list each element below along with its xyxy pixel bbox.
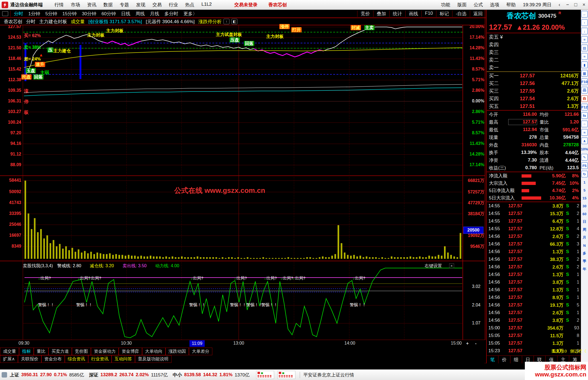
sell-row[interactable]: 卖五 ¥	[487, 33, 581, 41]
info-tab-综合资讯[interactable]: 综合资讯	[65, 355, 88, 363]
indicator-close-icon[interactable]: ×	[449, 263, 454, 268]
status-icon[interactable]	[2, 372, 7, 378]
bottom-tab-买卖力道[interactable]: 买卖力道	[48, 348, 72, 355]
f10-icon[interactable]: F10	[581, 78, 588, 85]
f5-icon[interactable]: F5	[581, 162, 588, 169]
tick-row[interactable]: 14:55127.573.8万S2	[487, 202, 581, 210]
period-60min[interactable]: 60	[581, 211, 587, 217]
mark-circle-icon[interactable]: ○	[581, 121, 588, 127]
custom-stock-icon[interactable]: 自	[581, 95, 588, 102]
prev-stock-icon[interactable]: ↑	[581, 19, 588, 26]
bottom-tab-资金博弈[interactable]: 资金博弈	[119, 348, 142, 355]
trend-chart-icon[interactable]: ≈	[581, 53, 588, 60]
sell-row[interactable]: 卖二	[487, 56, 581, 64]
index-quote[interactable]: 上证3950.3127.900.71%8585亿	[10, 372, 84, 378]
period-15min[interactable]: 15	[581, 195, 587, 201]
info-tab-普及版功能说明[interactable]: 普及版功能说明	[135, 355, 171, 363]
quote-list-icon[interactable]: ≡	[581, 36, 588, 43]
mountain-icon[interactable]: ∧	[581, 138, 588, 144]
period-n[interactable]: N	[581, 242, 587, 248]
info-tab-关联报价[interactable]: 关联报价	[18, 355, 41, 363]
info-tab-互动问答[interactable]: 互动问答	[112, 355, 135, 363]
tick-price: 127.57	[504, 257, 527, 262]
period-day[interactable]: 日	[581, 219, 587, 225]
tick-row[interactable]: 14:56127.571.3万S1	[487, 271, 581, 278]
tab-right-link[interactable]: 侧边栏《	[570, 349, 586, 354]
tick-row[interactable]: 14:56127.5719.1万S5	[487, 301, 581, 309]
index-quote[interactable]: 中小8139.58144.321.81%1370亿	[173, 372, 249, 378]
tick-row[interactable]: 14:56127.572.6万S1	[487, 309, 581, 317]
bottom-tab-大单差分[interactable]: 大单差分	[189, 348, 212, 355]
period-multi[interactable]: 多	[581, 250, 587, 256]
period-year[interactable]: 年	[581, 266, 587, 272]
bottom-tab-竞价图[interactable]: 竞价图	[72, 348, 91, 355]
index-quote[interactable]: 深证13289.2263.742.02%11157亿	[89, 372, 168, 378]
quote-tab-价[interactable]: 价	[498, 356, 510, 363]
bottom-tab-量比[interactable]: 量比	[34, 348, 48, 355]
info-tab-扩展∧[interactable]: 扩展∧	[0, 355, 18, 363]
back-icon[interactable]: ←	[581, 11, 588, 17]
buy-row[interactable]: 买五127.511.3万	[487, 102, 581, 110]
info-tab-资金分布[interactable]: 资金分布	[41, 355, 65, 363]
tick-row[interactable]: 14:56127.578.9万S1	[487, 294, 581, 301]
structure-icon[interactable]: 品	[581, 87, 588, 93]
buy-row[interactable]: 买一127.5712416万	[487, 72, 581, 80]
quote-name-row[interactable]: 香农芯创 300475 R	[487, 10, 581, 22]
report-board-icon[interactable]: ▤	[581, 45, 588, 51]
kline-chart-icon[interactable]: ▮	[581, 62, 588, 68]
tick-row[interactable]: 14:56127.573.8万S2	[487, 317, 581, 324]
stat-row: 最高127.57量比1.20	[487, 118, 581, 126]
tick-row[interactable]: 14:55127.5712.8万S4	[487, 225, 581, 233]
buy-row[interactable]: 买四127.542.6万	[487, 95, 581, 102]
tick-count: 1	[572, 272, 579, 277]
info-tab-行业资讯[interactable]: 行业资讯	[88, 355, 112, 363]
stat-label: 量比	[540, 119, 558, 125]
bottom-tab-资金驱动力[interactable]: 资金驱动力	[91, 348, 119, 355]
main-chart-plot[interactable]	[23, 25, 463, 340]
indicator-title[interactable]: 卖股找我(3,3,4)	[23, 263, 53, 269]
period-5min[interactable]: 5	[581, 187, 587, 193]
period-30min[interactable]: 30	[581, 203, 587, 209]
tick-flag: S	[564, 203, 572, 209]
period-week[interactable]: 周	[581, 227, 587, 233]
tick-row[interactable]: 14:56127.572.6万S2	[487, 233, 581, 240]
tick-row[interactable]: 15:05127.571.3万1	[487, 339, 581, 347]
period-month[interactable]: 月	[581, 235, 587, 241]
quote-tab-笔[interactable]: 笔	[487, 356, 498, 363]
zoom-in-button[interactable]: +	[466, 341, 469, 346]
tick-row[interactable]: 15:00127.57354.6万93	[487, 324, 581, 332]
sell-row[interactable]: 卖四	[487, 41, 581, 48]
period-1min[interactable]: 1	[581, 179, 587, 185]
f12-trade-icon[interactable]: F12	[581, 104, 588, 110]
tick-row[interactable]: 14:56127.571.3万S1	[487, 248, 581, 256]
sell-row[interactable]: 卖一	[487, 64, 581, 71]
tick-row[interactable]: 14:56127.573.8万S1	[487, 278, 581, 286]
bottom-tab-指标[interactable]: 指标	[19, 348, 34, 355]
draw-pencil-icon[interactable]: ✎	[581, 154, 588, 160]
quote-tab-细[interactable]: 细	[510, 356, 522, 363]
percent-scale-icon[interactable]: 10%	[581, 146, 587, 152]
bottom-tab-成交量[interactable]: 成交量	[0, 348, 19, 355]
refresh-icon[interactable]: ↻	[581, 171, 588, 177]
tick-row[interactable]: 14:56127.5766.3万S3	[487, 240, 581, 248]
tick-row[interactable]: 14:56127.572.6万S2	[487, 263, 581, 271]
sell-row[interactable]: 卖三	[487, 48, 581, 56]
bottom-tab-涨跌动因[interactable]: 涨跌动因	[166, 348, 189, 355]
formula-icon[interactable]: fx	[581, 112, 588, 119]
tab-right-link[interactable]: 图文F10	[552, 349, 567, 354]
tick-row[interactable]: 14:55127.5715.3万S2	[487, 210, 581, 217]
bottom-tab-大单动向[interactable]: 大单动向	[142, 348, 166, 355]
multi-panel-icon[interactable]: ▦	[581, 70, 588, 77]
tick-row[interactable]: 14:56127.571.3万S1	[487, 286, 581, 294]
wave-icon[interactable]: ≈	[581, 129, 588, 136]
buy-row[interactable]: 买三127.552.6万	[487, 87, 581, 95]
next-stock-icon[interactable]: ↓	[581, 28, 588, 34]
buy-row[interactable]: 买二127.56477.1万	[487, 80, 581, 87]
period-quarter[interactable]: 季	[581, 258, 587, 264]
zoom-out-button[interactable]: -	[475, 341, 477, 346]
tick-price: 127.57	[504, 211, 527, 216]
indicator-settings-link[interactable]: 右键设置	[425, 263, 442, 269]
tick-row[interactable]: 14:55127.576.4万S1	[487, 217, 581, 225]
tick-row[interactable]: 14:56127.5738.3万S2	[487, 256, 581, 263]
tick-row[interactable]: 15:05127.5711.5万8	[487, 332, 581, 339]
